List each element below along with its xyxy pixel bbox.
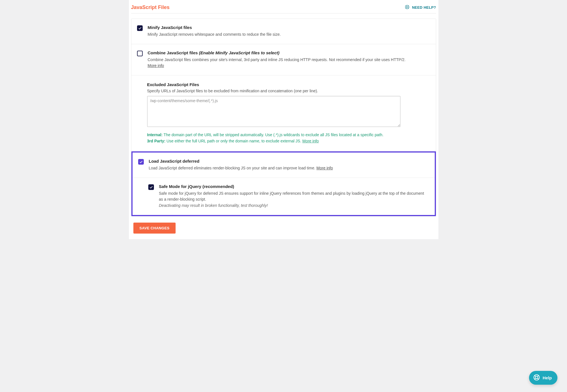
defer-js-title: Load JavaScript deferred bbox=[149, 159, 429, 163]
defer-js-desc: Load JavaScript deferred eliminates rend… bbox=[149, 165, 429, 171]
save-changes-button[interactable]: SAVE CHANGES bbox=[133, 223, 176, 234]
combine-js-desc: Combine JavaScript files combines your s… bbox=[148, 57, 430, 69]
safe-jquery-title: Safe Mode for jQuery (recommended) bbox=[159, 184, 429, 189]
minify-js-checkbox[interactable] bbox=[137, 25, 143, 31]
setting-defer-js: Load JavaScript deferred Load JavaScript… bbox=[133, 153, 435, 178]
combine-js-checkbox[interactable] bbox=[137, 51, 143, 56]
safe-jquery-checkbox[interactable] bbox=[148, 184, 154, 190]
need-help-label: NEED HELP? bbox=[412, 5, 436, 10]
setting-combine-js: Combine JavaScript files (Enable Minify … bbox=[131, 44, 436, 75]
excluded-js-title: Excluded JavaScript Files bbox=[147, 82, 430, 87]
setting-minify-js: Minify JavaScript files Minify JavaScrip… bbox=[131, 19, 436, 44]
svg-line-4 bbox=[406, 8, 407, 8]
defer-js-checkbox[interactable] bbox=[138, 159, 144, 165]
excluded-js-textarea[interactable] bbox=[147, 96, 400, 127]
safe-jquery-warning: Deactivating may result in broken functi… bbox=[159, 203, 268, 208]
excluded-help-note: Internal: The domain part of the URL wil… bbox=[147, 132, 400, 144]
minify-js-desc: Minify JavaScript removes whitespace and… bbox=[148, 32, 430, 38]
section-header: JavaScript Files NEED HELP? bbox=[131, 0, 436, 14]
defer-highlight: Load JavaScript deferred Load JavaScript… bbox=[131, 151, 436, 216]
combine-more-info-link[interactable]: More info bbox=[148, 63, 164, 68]
excluded-js-desc: Specify URLs of JavaScript files to be e… bbox=[147, 89, 430, 93]
svg-line-2 bbox=[406, 6, 407, 6]
setting-safe-jquery: Safe Mode for jQuery (recommended) Safe … bbox=[133, 178, 435, 215]
section-title: JavaScript Files bbox=[131, 5, 170, 10]
defer-more-info-link[interactable]: More info bbox=[317, 166, 333, 170]
combine-js-hint: (Enable Minify JavaScript files to selec… bbox=[199, 50, 279, 55]
excluded-js-section: Excluded JavaScript Files Specify URLs o… bbox=[131, 75, 436, 151]
safe-jquery-desc: Safe mode for jQuery for deferred JS ens… bbox=[159, 191, 429, 209]
svg-line-3 bbox=[408, 6, 409, 6]
lifebuoy-icon bbox=[405, 5, 410, 10]
svg-point-1 bbox=[406, 6, 408, 8]
need-help-link[interactable]: NEED HELP? bbox=[405, 5, 436, 10]
excluded-more-info-link[interactable]: More info bbox=[302, 139, 319, 143]
settings-panel: Minify JavaScript files Minify JavaScrip… bbox=[131, 19, 436, 216]
svg-line-5 bbox=[408, 8, 409, 8]
minify-js-title: Minify JavaScript files bbox=[148, 25, 430, 30]
combine-js-title: Combine JavaScript files (Enable Minify … bbox=[148, 50, 430, 55]
